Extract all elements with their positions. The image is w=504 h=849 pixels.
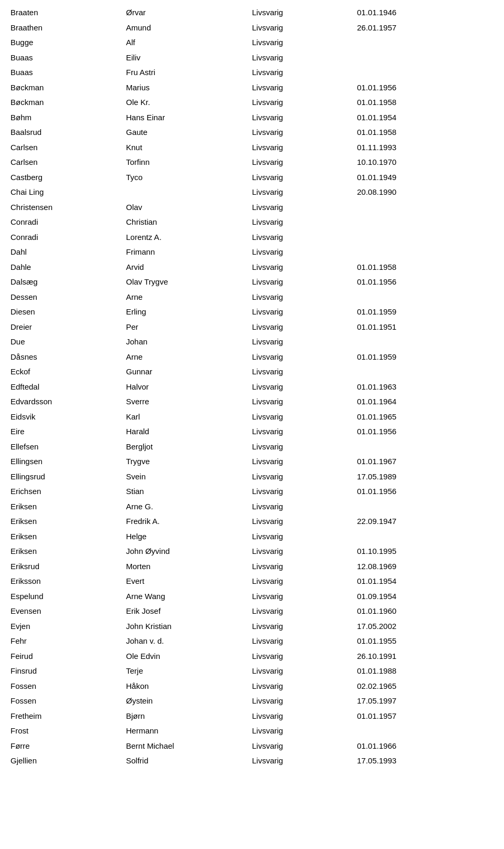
first-name: Terje [126, 665, 252, 677]
membership-type: Livsvarig [252, 276, 357, 288]
first-name: Per [126, 321, 252, 333]
date: 01.01.1958 [357, 127, 441, 139]
membership-type: Livsvarig [252, 621, 357, 633]
membership-type: Livsvarig [252, 336, 357, 348]
date [357, 37, 441, 49]
last-name: Baalsrud [10, 127, 126, 139]
last-name: Dessen [10, 291, 126, 303]
first-name: Morten [126, 561, 252, 573]
first-name: Harald [126, 426, 252, 438]
date: 01.01.1988 [357, 665, 441, 677]
date: 01.01.1946 [357, 7, 441, 19]
date: 02.02.1965 [357, 680, 441, 693]
last-name: Edvardsson [10, 396, 126, 408]
table-row: Eckof Gunnar Livsvarig [10, 364, 494, 380]
first-name: Olav [126, 202, 252, 214]
first-name: Helge [126, 531, 252, 543]
membership-type: Livsvarig [252, 7, 357, 19]
last-name: Ellingsen [10, 456, 126, 468]
first-name: Hermann [126, 725, 252, 737]
table-row: Ellingsrud Svein Livsvarig 17.05.1989 [10, 469, 494, 485]
membership-type: Livsvarig [252, 232, 357, 244]
date: 01.01.1956 [357, 82, 441, 94]
table-row: Espelund Arne Wang Livsvarig 01.09.1954 [10, 589, 494, 604]
date: 01.01.1959 [357, 351, 441, 363]
date [357, 67, 441, 79]
membership-type: Livsvarig [252, 22, 357, 34]
first-name: Sverre [126, 396, 252, 408]
first-name: Bergljot [126, 441, 252, 453]
table-row: Castberg Tyco Livsvarig 01.01.1949 [10, 170, 494, 185]
membership-type: Livsvarig [252, 381, 357, 393]
date [357, 52, 441, 64]
first-name: Svein [126, 471, 252, 483]
first-name: Arne [126, 291, 252, 303]
first-name: Marius [126, 82, 252, 94]
date: 12.08.1969 [357, 561, 441, 573]
table-row: Fehr Johan v. d. Livsvarig 01.01.1955 [10, 634, 494, 649]
date: 01.01.1957 [357, 710, 441, 722]
membership-type: Livsvarig [252, 306, 357, 318]
table-row: Dahl Frimann Livsvarig [10, 245, 494, 260]
last-name: Førre [10, 740, 126, 752]
first-name: Solfrid [126, 755, 252, 767]
membership-type: Livsvarig [252, 37, 357, 49]
last-name: Braaten [10, 7, 126, 19]
table-row: Eriksen Fredrik A. Livsvarig 22.09.1947 [10, 514, 494, 529]
date [357, 202, 441, 214]
membership-type: Livsvarig [252, 635, 357, 647]
date: 01.01.1956 [357, 426, 441, 438]
date: 01.01.1949 [357, 172, 441, 184]
membership-type: Livsvarig [252, 396, 357, 408]
table-row: Ellefsen Bergljot Livsvarig [10, 439, 494, 455]
date: 01.01.1965 [357, 411, 441, 423]
date: 17.05.1993 [357, 755, 441, 767]
first-name: Olav Trygve [126, 276, 252, 288]
first-name: Karl [126, 411, 252, 423]
last-name: Feirud [10, 651, 126, 663]
table-row: Braaten Ørvar Livsvarig 01.01.1946 [10, 5, 494, 20]
table-row: Braathen Amund Livsvarig 26.01.1957 [10, 20, 494, 36]
date: 20.08.1990 [357, 186, 441, 198]
first-name: Tyco [126, 172, 252, 184]
date [357, 246, 441, 258]
date: 01.01.1955 [357, 635, 441, 647]
table-row: Eriksrud Morten Livsvarig 12.08.1969 [10, 559, 494, 574]
last-name: Conradi [10, 216, 126, 228]
date: 26.01.1957 [357, 22, 441, 34]
last-name: Erichsen [10, 486, 126, 498]
table-row: Finsrud Terje Livsvarig 01.01.1988 [10, 664, 494, 679]
membership-type: Livsvarig [252, 291, 357, 303]
first-name: Arvid [126, 261, 252, 274]
table-row: Diesen Erling Livsvarig 01.01.1959 [10, 305, 494, 320]
membership-type: Livsvarig [252, 665, 357, 677]
date: 17.05.2002 [357, 621, 441, 633]
membership-type: Livsvarig [252, 755, 357, 767]
date [357, 441, 441, 453]
table-row: Erichsen Stian Livsvarig 01.01.1956 [10, 484, 494, 499]
table-row: Fossen Håkon Livsvarig 02.02.1965 [10, 679, 494, 694]
table-row: Baalsrud Gaute Livsvarig 01.01.1958 [10, 125, 494, 140]
table-row: Fossen Øystein Livsvarig 17.05.1997 [10, 694, 494, 709]
membership-type: Livsvarig [252, 216, 357, 228]
membership-type: Livsvarig [252, 246, 357, 258]
first-name: Halvor [126, 381, 252, 393]
membership-type: Livsvarig [252, 740, 357, 752]
date: 01.09.1954 [357, 591, 441, 603]
last-name: Diesen [10, 306, 126, 318]
membership-type: Livsvarig [252, 561, 357, 573]
membership-type: Livsvarig [252, 127, 357, 139]
last-name: Eriksen [10, 501, 126, 513]
date [357, 336, 441, 348]
last-name: Ellefsen [10, 441, 126, 453]
membership-type: Livsvarig [252, 605, 357, 617]
membership-type: Livsvarig [252, 366, 357, 378]
membership-type: Livsvarig [252, 142, 357, 154]
last-name: Braathen [10, 22, 126, 34]
membership-type: Livsvarig [252, 112, 357, 124]
last-name: Bøckman [10, 82, 126, 94]
table-row: Bøckman Marius Livsvarig 01.01.1956 [10, 80, 494, 96]
date: 01.01.1951 [357, 321, 441, 333]
last-name: Finsrud [10, 665, 126, 677]
table-row: Buaas Fru Astri Livsvarig [10, 65, 494, 80]
